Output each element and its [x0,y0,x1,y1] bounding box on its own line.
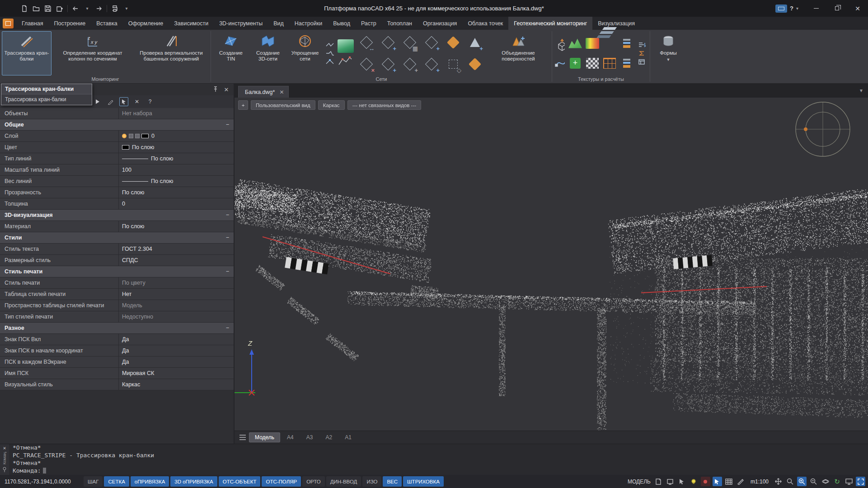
heatmap-icon[interactable] [586,38,599,49]
mesh-add-points-icon[interactable]: + [421,32,442,53]
regen-icon[interactable]: ↻ [832,477,842,486]
status-toggle-5[interactable]: ОТС-ПОЛЯР [262,476,301,487]
layer-on-icon[interactable] [122,134,127,138]
select-objects-icon[interactable] [119,97,128,106]
simplify-mesh-button[interactable]: Упрощение сети [287,31,323,75]
viewport-lock-icon[interactable] [666,477,675,486]
property-value[interactable]: По цвету [118,277,234,288]
property-row-5[interactable]: Масштаб типа линий100 [0,164,234,176]
property-row-0[interactable]: ОбъектыНет набора [0,108,234,119]
document-tab[interactable]: Балка.dwg* ✕ [238,86,289,98]
calc-table-icon[interactable] [603,58,616,69]
property-row-23[interactable]: Имя ПСКМировая СК [0,368,234,379]
node-edit-icon[interactable] [325,58,335,66]
ribbon-tab-0[interactable]: Главная [16,17,49,30]
ribbon-tab-13[interactable]: Геотехнический мониторинг [508,17,592,30]
open-file-icon[interactable] [31,3,42,14]
layer-lock-icon[interactable] [135,134,140,138]
annotation-scale-icon[interactable] [736,477,746,486]
property-row-15[interactable]: Стиль печатиПо цвету [0,277,234,289]
command-history[interactable]: *Отмена*PC_TRACE_STRIPE - Трассировка кр… [9,444,868,475]
property-row-2[interactable]: Слой0 [0,131,234,142]
property-section-14[interactable]: Стиль печати− [0,266,234,277]
status-toggle-10[interactable]: ШТРИХОВКА [403,476,444,487]
surface-patch-icon[interactable] [442,32,464,53]
restore-button[interactable] [826,0,847,17]
mesh-move-icon[interactable]: + [399,53,421,75]
property-value[interactable]: По слою [118,176,234,187]
save-all-icon[interactable] [54,3,65,14]
scale-button[interactable]: m1:100 [748,479,771,485]
collapse-icon[interactable]: − [226,325,229,331]
ribbon-tab-10[interactable]: Топоплан [382,17,418,30]
property-section-9[interactable]: 3D-визуализация− [0,210,234,221]
layer-freeze-icon[interactable] [129,134,133,138]
status-toggle-1[interactable]: СЕТКА [104,476,129,487]
edit-selection-icon[interactable] [106,97,115,106]
status-toggle-9[interactable]: ВЕС [383,476,402,487]
space-toggle-button[interactable]: МОДЕЛЬ [628,479,651,485]
property-value[interactable]: Да [118,345,234,356]
collapse-icon[interactable]: − [226,212,229,218]
orbit-icon[interactable] [821,477,830,486]
property-value[interactable]: Недоступно [118,311,234,322]
filter-tools-icon[interactable] [623,59,630,68]
layout-tab-4[interactable]: А1 [339,432,357,442]
panel-pin-icon[interactable] [212,86,219,94]
terrain-texture-icon[interactable] [568,38,582,49]
property-value[interactable]: По слою [118,153,234,164]
app-logo-button[interactable] [0,17,16,30]
layout-tab-2[interactable]: А3 [300,432,319,442]
quick-select-icon[interactable] [93,97,102,106]
command-pin-icon[interactable] [2,465,7,474]
paper-space-icon[interactable] [654,477,663,486]
status-toggle-4[interactable]: ОТС-ОБЪЕКТ [219,476,261,487]
profile-graph-icon[interactable] [338,54,354,68]
layers-icon[interactable] [602,27,617,30]
property-value[interactable]: Нет [118,289,234,300]
status-toggle-0[interactable]: ШАГ [84,476,103,487]
qat-customize-icon[interactable]: ▾ [121,3,132,14]
pick-cursor-icon[interactable] [713,477,722,486]
property-row-8[interactable]: Толщина0 [0,198,234,210]
cube-transform-icon[interactable] [555,38,565,54]
ribbon-tab-9[interactable]: Растр [356,17,382,30]
trace-crane-beam-button[interactable]: Трассировка кран-балки [2,31,52,75]
collapse-icon[interactable]: − [226,122,229,128]
property-value[interactable]: Нет набора [118,108,234,119]
viewport[interactable]: + Пользовательский вид Каркас --- нет св… [235,98,868,431]
spline-fit-icon[interactable] [555,55,565,69]
record-icon[interactable] [701,477,710,486]
status-toggle-2[interactable]: оПРИВЯЗКА [131,476,169,487]
forms-dropdown-button[interactable]: Формы ▼ [652,31,685,75]
status-toggle-7[interactable]: ДИН-ВВОД [326,476,361,487]
fullscreen-icon[interactable] [856,477,865,486]
property-value[interactable]: По слою [118,142,234,153]
property-row-13[interactable]: Размерный стильСПДС [0,255,234,266]
property-value[interactable]: СПДС [118,255,234,266]
status-toggle-8[interactable]: ИЗО [362,476,381,487]
new-file-icon[interactable] [19,3,30,14]
ribbon-tab-11[interactable]: Организация [418,17,462,30]
property-section-19[interactable]: Разное− [0,323,234,334]
status-toggle-3[interactable]: 3D оПРИВЯЗКА [170,476,217,487]
touch-keyboard-icon[interactable] [775,5,787,13]
create-tin-button[interactable]: Создание TIN [213,31,249,75]
help-button[interactable]: ? [790,5,793,12]
report-icon[interactable] [637,58,647,66]
bulb-icon[interactable] [689,477,699,486]
ribbon-tab-3[interactable]: Оформление [123,17,169,30]
property-row-3[interactable]: ЦветПо слою [0,142,234,153]
property-row-7[interactable]: ПрозрачностьПо слою [0,187,234,198]
view-name-button[interactable]: Пользовательский вид [251,100,315,110]
status-toggle-6[interactable]: ОРТО [302,476,325,487]
zoom-window-icon[interactable] [797,477,807,486]
linked-views-button[interactable]: --- нет связанных видов --- [347,100,421,110]
properties-help-icon[interactable]: ? [145,97,155,106]
mesh-refine-icon[interactable]: ▦ [399,32,421,53]
undo-icon[interactable] [70,3,81,14]
sum-icon[interactable] [637,50,647,57]
mesh-add-icon[interactable]: + [377,32,399,53]
tab-list-caret-icon[interactable]: ▼ [859,88,863,93]
grid-green-icon[interactable] [570,58,581,69]
